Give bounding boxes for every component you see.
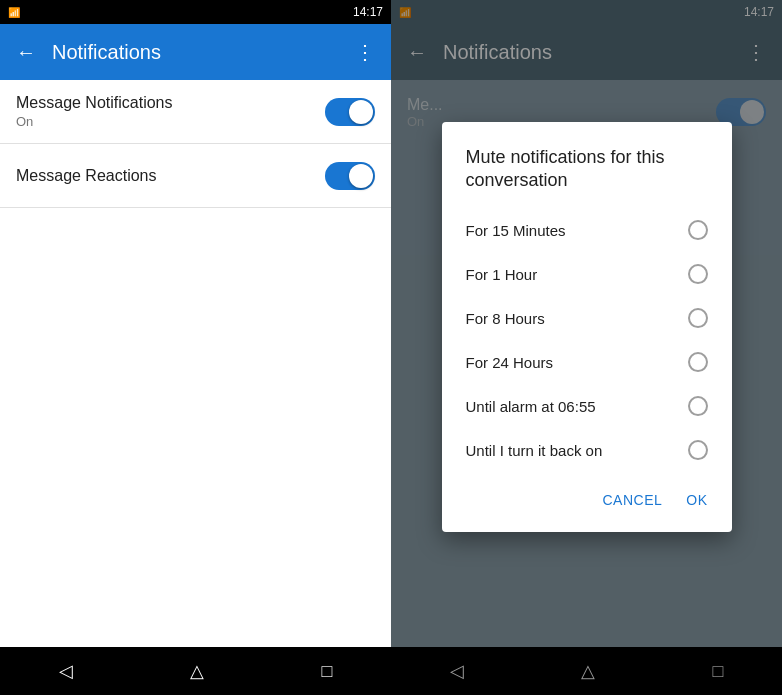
message-notifications-subtitle: On xyxy=(16,114,325,129)
left-nav-back[interactable]: ◁ xyxy=(59,660,73,682)
message-notifications-title: Message Notifications xyxy=(16,94,325,112)
option-1hour[interactable]: For 1 Hour xyxy=(442,252,732,296)
option-manual-label: Until I turn it back on xyxy=(466,442,603,459)
option-15min-radio[interactable] xyxy=(688,220,708,240)
option-8hours[interactable]: For 8 Hours xyxy=(442,296,732,340)
left-status-time: 14:17 xyxy=(353,5,383,19)
ok-button[interactable]: OK xyxy=(678,484,715,516)
message-reactions-row[interactable]: Message Reactions xyxy=(0,144,391,208)
left-status-bar: 📶 14:17 xyxy=(0,0,391,24)
cancel-button[interactable]: CANCEL xyxy=(594,484,670,516)
left-content: Message Notifications On Message Reactio… xyxy=(0,80,391,647)
left-nav-home[interactable]: △ xyxy=(190,660,204,682)
left-status-icons: 📶 xyxy=(8,7,20,18)
mute-dialog: Mute notifications for this conversation… xyxy=(442,122,732,533)
left-app-title: Notifications xyxy=(52,41,339,64)
option-24hours[interactable]: For 24 Hours xyxy=(442,340,732,384)
right-screen: 📶 14:17 ← Notifications ⋮ Me... On ◁ △ □… xyxy=(391,0,782,695)
left-app-bar: ← Notifications ⋮ xyxy=(0,24,391,80)
dialog-title: Mute notifications for this conversation xyxy=(442,146,732,209)
message-reactions-title: Message Reactions xyxy=(16,167,325,185)
option-alarm[interactable]: Until alarm at 06:55 xyxy=(442,384,732,428)
message-notifications-toggle[interactable] xyxy=(325,98,375,126)
message-notifications-row[interactable]: Message Notifications On xyxy=(0,80,391,144)
option-1hour-radio[interactable] xyxy=(688,264,708,284)
option-1hour-label: For 1 Hour xyxy=(466,266,538,283)
option-alarm-label: Until alarm at 06:55 xyxy=(466,398,596,415)
option-alarm-radio[interactable] xyxy=(688,396,708,416)
option-24hours-label: For 24 Hours xyxy=(466,354,554,371)
left-back-icon[interactable]: ← xyxy=(16,41,36,64)
left-more-icon[interactable]: ⋮ xyxy=(355,40,375,64)
dialog-actions: CANCEL OK xyxy=(442,476,732,524)
option-15min-label: For 15 Minutes xyxy=(466,222,566,239)
option-manual[interactable]: Until I turn it back on xyxy=(442,428,732,472)
left-nav-recent[interactable]: □ xyxy=(321,661,332,682)
option-15min[interactable]: For 15 Minutes xyxy=(442,208,732,252)
option-24hours-radio[interactable] xyxy=(688,352,708,372)
option-8hours-label: For 8 Hours xyxy=(466,310,545,327)
option-8hours-radio[interactable] xyxy=(688,308,708,328)
message-reactions-toggle[interactable] xyxy=(325,162,375,190)
option-manual-radio[interactable] xyxy=(688,440,708,460)
left-screen: 📶 14:17 ← Notifications ⋮ Message Notifi… xyxy=(0,0,391,695)
left-nav-bar: ◁ △ □ xyxy=(0,647,391,695)
